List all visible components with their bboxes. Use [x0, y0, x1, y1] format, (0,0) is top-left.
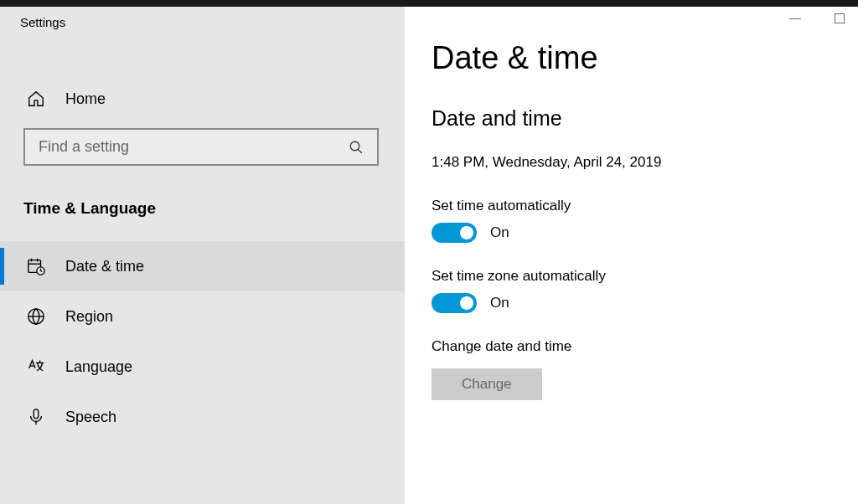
svg-point-0: [350, 141, 359, 151]
globe-icon: [27, 307, 45, 326]
search-box[interactable]: [23, 128, 379, 166]
setting-set-time-auto: Set time automatically On: [432, 198, 858, 243]
section-title: Date and time: [432, 106, 858, 131]
maximize-button[interactable]: [835, 13, 845, 23]
nav-list: Date & time Region: [0, 241, 405, 442]
toggle-knob: [460, 226, 473, 239]
sidebar-item-label: Speech: [65, 409, 116, 426]
toggle-state: On: [490, 295, 509, 311]
sidebar-item-region[interactable]: Region: [0, 291, 405, 342]
sidebar-item-label: Date & time: [65, 258, 144, 275]
svg-line-8: [41, 271, 43, 272]
search-input[interactable]: [39, 138, 349, 156]
calendar-clock-icon: [27, 257, 45, 275]
search-wrap: [0, 120, 405, 174]
minimize-button[interactable]: [789, 18, 801, 19]
toggle-row: On: [432, 293, 858, 313]
sidebar-item-label: Language: [65, 358, 132, 376]
set-time-auto-toggle[interactable]: [432, 223, 477, 243]
svg-rect-14: [34, 409, 39, 419]
setting-label: Set time zone automatically: [432, 268, 858, 285]
category-title: Time & Language: [0, 174, 405, 231]
home-label: Home: [65, 90, 106, 108]
search-icon: [349, 140, 364, 155]
minimize-icon: [789, 18, 801, 19]
toggle-row: On: [432, 223, 858, 243]
window-controls: [789, 13, 845, 23]
sidebar: Settings Home Time & Language: [0, 7, 405, 504]
setting-set-tz-auto: Set time zone automatically On: [432, 268, 858, 313]
set-tz-auto-toggle[interactable]: [432, 293, 477, 313]
svg-line-1: [358, 149, 362, 153]
sidebar-item-speech[interactable]: Speech: [0, 392, 405, 442]
maximize-icon: [835, 13, 845, 23]
window-title: Settings: [0, 7, 405, 36]
sidebar-item-label: Region: [65, 308, 113, 326]
setting-label: Change date and time: [432, 338, 858, 355]
home-icon: [27, 90, 45, 108]
sidebar-item-language[interactable]: Language: [0, 342, 405, 392]
toggle-knob: [460, 296, 473, 310]
page-title: Date & time: [432, 40, 858, 76]
language-icon: [27, 357, 45, 376]
sidebar-item-date-time[interactable]: Date & time: [0, 241, 405, 291]
titlebar: [0, 0, 858, 7]
setting-change-datetime: Change date and time Change: [432, 338, 858, 400]
app-container: Settings Home Time & Language: [0, 7, 858, 504]
main-content: Date & time Date and time 1:48 PM, Wedne…: [405, 7, 858, 504]
current-datetime: 1:48 PM, Wednesday, April 24, 2019: [432, 154, 858, 171]
change-button[interactable]: Change: [432, 368, 542, 400]
toggle-state: On: [490, 224, 509, 241]
setting-label: Set time automatically: [432, 198, 858, 214]
microphone-icon: [27, 408, 45, 426]
home-nav[interactable]: Home: [0, 78, 405, 120]
